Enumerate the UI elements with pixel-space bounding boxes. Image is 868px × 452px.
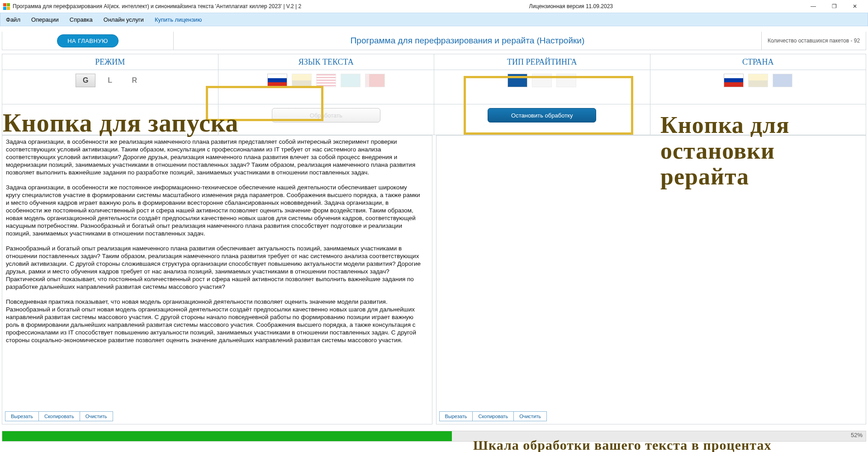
output-copy-button[interactable]: Скопировать xyxy=(472,411,514,421)
progress-fill xyxy=(2,431,452,441)
input-copy-button[interactable]: Скопировать xyxy=(38,411,80,421)
minimize-button[interactable]: — xyxy=(803,0,824,13)
header-lang: ЯЗЫК ТЕКСТА xyxy=(218,54,434,70)
flag-ua-icon[interactable] xyxy=(292,74,312,87)
flag-kz-icon[interactable] xyxy=(341,74,360,87)
flag-us-icon[interactable] xyxy=(316,74,336,87)
input-cut-button[interactable]: Вырезать xyxy=(5,411,39,421)
type-options xyxy=(434,70,650,104)
mode-options: G L R xyxy=(2,70,218,104)
progress-percent: 52% xyxy=(851,432,863,438)
country-ru-icon[interactable] xyxy=(724,74,744,87)
column-headers: РЕЖИМ ЯЗЫК ТЕКСТА ТИП РЕРАЙТИНГА СТРАНА xyxy=(2,54,866,70)
stop-button[interactable]: Остановить обработку xyxy=(488,108,596,122)
menu-bar: Файл Операции Справка Онлайн услуги Купи… xyxy=(0,13,868,26)
menu-online[interactable]: Онлайн услуги xyxy=(98,13,149,26)
home-button[interactable]: НА ГЛАВНУЮ xyxy=(57,34,119,47)
input-textarea[interactable] xyxy=(2,136,432,424)
header-type: ТИП РЕРАЙТИНГА xyxy=(434,54,650,70)
text-panels: Вырезать Скопировать Очистить Вырезать С… xyxy=(2,135,866,424)
output-clear-button[interactable]: Очистить xyxy=(513,411,547,421)
output-cut-button[interactable]: Вырезать xyxy=(439,411,473,421)
rewrite-type-1-icon[interactable] xyxy=(508,74,527,87)
country-ua-icon[interactable] xyxy=(748,74,768,87)
menu-buy-license[interactable]: Купить лицензию xyxy=(149,13,207,26)
output-panel: Вырезать Скопировать Очистить xyxy=(436,135,867,424)
close-button[interactable]: ✕ xyxy=(844,0,865,13)
process-button[interactable]: Обработать xyxy=(272,108,380,122)
header-country: СТРАНА xyxy=(650,54,867,70)
rewrite-type-2-icon[interactable] xyxy=(532,74,552,87)
mode-r[interactable]: R xyxy=(124,74,144,87)
output-textarea[interactable] xyxy=(436,136,866,424)
window-title: Программа для перефразирования AI(иск. и… xyxy=(13,3,301,9)
lang-options xyxy=(218,70,434,104)
page-title: Программа для перефразирования и рерайта… xyxy=(174,32,761,50)
window-titlebar: Программа для перефразирования AI(иск. и… xyxy=(0,0,868,13)
input-clear-button[interactable]: Очистить xyxy=(80,411,113,421)
app-icon xyxy=(3,3,10,10)
maximize-button[interactable]: ❐ xyxy=(824,0,844,13)
flag-by-icon[interactable] xyxy=(365,74,385,87)
options-row: G L R xyxy=(2,70,866,104)
mode-l[interactable]: L xyxy=(100,74,120,87)
rewrite-type-3-icon[interactable] xyxy=(556,74,576,87)
menu-help[interactable]: Справка xyxy=(64,13,98,26)
country-eu-icon[interactable] xyxy=(773,74,792,87)
menu-operations[interactable]: Операции xyxy=(26,13,64,26)
license-label: Лицензионная версия 11.09.2023 xyxy=(529,3,613,9)
country-options xyxy=(650,70,867,104)
mode-g[interactable]: G xyxy=(76,74,95,87)
top-strip: НА ГЛАВНУЮ Программа для перефразировани… xyxy=(2,32,866,50)
packets-remaining: Количество оставшихся пакетов - 92 xyxy=(761,32,866,50)
progress-bar: 52% xyxy=(2,431,866,442)
action-row: Обработать Остановить обработку xyxy=(2,104,866,135)
input-panel: Вырезать Скопировать Очистить xyxy=(2,135,432,424)
flag-ru-icon[interactable] xyxy=(267,74,287,87)
header-mode: РЕЖИМ xyxy=(2,54,218,70)
menu-file[interactable]: Файл xyxy=(0,13,26,26)
